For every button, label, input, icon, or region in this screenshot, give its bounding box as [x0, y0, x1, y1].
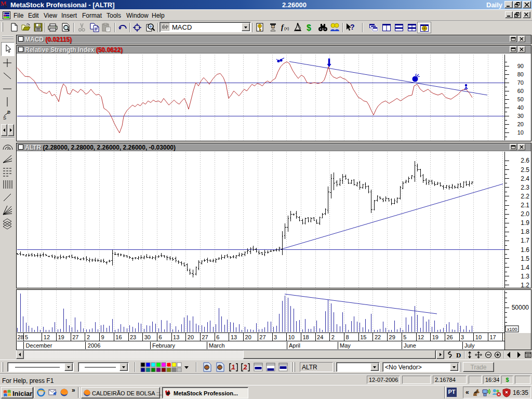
svg-text:$: $ — [307, 23, 311, 32]
svg-text:D: D — [456, 351, 461, 359]
svg-text:10: 10 — [517, 129, 524, 136]
svg-text:12: 12 — [44, 334, 50, 340]
svg-text:70: 70 — [517, 79, 524, 86]
svg-text:June: June — [404, 342, 416, 349]
svg-text:27: 27 — [259, 334, 265, 340]
svg-text:May: May — [340, 342, 351, 349]
svg-text:February: February — [152, 342, 176, 349]
svg-text:90: 90 — [517, 63, 524, 69]
svg-text:1.2: 1.2 — [521, 282, 529, 288]
svg-text:5: 5 — [25, 334, 28, 340]
svg-text:26: 26 — [446, 334, 453, 340]
svg-text:2.2: 2.2 — [521, 193, 529, 200]
svg-text:80: 80 — [517, 71, 524, 77]
svg-text:40: 40 — [517, 104, 524, 111]
svg-text:2.1: 2.1 — [521, 202, 529, 209]
svg-text:12: 12 — [418, 334, 424, 340]
svg-text:1.3: 1.3 — [521, 273, 529, 280]
svg-text:22: 22 — [375, 334, 381, 340]
svg-text:15: 15 — [360, 334, 366, 340]
svg-text:2.5: 2.5 — [521, 166, 529, 174]
svg-text:April: April — [289, 342, 300, 349]
svg-text:9: 9 — [101, 334, 104, 340]
svg-text:20: 20 — [245, 334, 251, 340]
svg-text:July: July — [464, 342, 475, 349]
svg-text:19: 19 — [58, 334, 64, 340]
svg-text:1.8: 1.8 — [521, 228, 529, 235]
svg-text:30: 30 — [144, 334, 151, 340]
svg-text:6: 6 — [216, 334, 219, 340]
svg-text:28: 28 — [18, 334, 24, 340]
svg-text:24: 24 — [317, 334, 323, 340]
svg-text:20: 20 — [188, 334, 194, 340]
svg-text:2: 2 — [244, 364, 247, 371]
svg-text:17: 17 — [490, 334, 496, 340]
svg-text:20: 20 — [517, 121, 524, 127]
svg-text:March: March — [209, 342, 225, 349]
svg-text:2.6: 2.6 — [521, 157, 529, 164]
svg-text:1.9: 1.9 — [521, 219, 529, 227]
svg-text:50000: 50000 — [512, 304, 529, 311]
svg-text:S: S — [4, 3, 7, 9]
svg-text:(x): (x) — [284, 26, 289, 31]
svg-text:3: 3 — [274, 334, 277, 340]
svg-text:16: 16 — [115, 334, 122, 340]
svg-text:50: 50 — [517, 96, 524, 102]
svg-text:3: 3 — [461, 334, 464, 340]
svg-text:13: 13 — [173, 334, 179, 340]
svg-text:18: 18 — [302, 334, 309, 340]
svg-text:S: S — [3, 115, 6, 121]
svg-text:10: 10 — [475, 334, 482, 340]
svg-text:1.7: 1.7 — [521, 237, 529, 244]
svg-text:29: 29 — [389, 334, 395, 340]
svg-text:2.3: 2.3 — [521, 184, 529, 191]
svg-text:27: 27 — [202, 334, 208, 340]
svg-text:1: 1 — [232, 364, 235, 371]
svg-text:?: ? — [350, 23, 355, 31]
svg-text:23: 23 — [130, 334, 136, 340]
svg-text:2.4: 2.4 — [521, 175, 529, 182]
svg-text:30: 30 — [517, 113, 524, 119]
svg-text:13: 13 — [231, 334, 237, 340]
svg-text:1.5: 1.5 — [521, 255, 529, 262]
svg-text:2.0: 2.0 — [521, 210, 529, 218]
svg-text:2006: 2006 — [88, 342, 100, 349]
svg-text:2: 2 — [87, 334, 90, 340]
svg-text:10: 10 — [288, 334, 295, 340]
svg-text:L: L — [7, 110, 10, 115]
svg-text:19: 19 — [432, 334, 438, 340]
svg-text:x100: x100 — [507, 327, 517, 332]
svg-text:1.6: 1.6 — [521, 246, 529, 254]
svg-text:December: December — [26, 342, 52, 349]
svg-text:27: 27 — [72, 334, 78, 340]
svg-text:1.4: 1.4 — [521, 264, 529, 271]
svg-text:5: 5 — [403, 334, 406, 340]
svg-text:60: 60 — [517, 88, 524, 94]
svg-text:8: 8 — [346, 334, 349, 340]
svg-text:2: 2 — [331, 334, 335, 340]
svg-text:6: 6 — [158, 334, 162, 340]
